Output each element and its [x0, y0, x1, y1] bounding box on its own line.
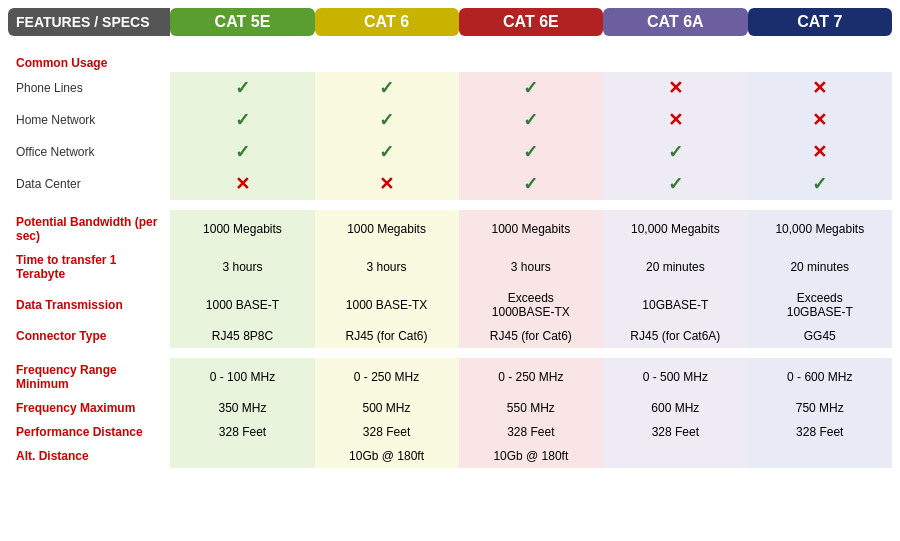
table-cell: ✓: [170, 136, 314, 168]
table-cell: ✕: [748, 136, 892, 168]
common-usage-label: Common Usage: [8, 46, 892, 72]
cross-icon: ✕: [379, 174, 394, 194]
feature-label: Frequency Range Minimum: [8, 358, 170, 396]
table-cell: RJ45 8P8C: [170, 324, 314, 348]
feature-label: Phone Lines: [8, 72, 170, 104]
check-icon: ✓: [235, 142, 250, 162]
check-icon: ✓: [668, 142, 683, 162]
feature-label: Home Network: [8, 104, 170, 136]
table-cell: GG45: [748, 324, 892, 348]
features-header: FEATURES / SPECS: [8, 8, 170, 36]
table-cell: RJ45 (for Cat6A): [603, 324, 747, 348]
table-cell: ✕: [170, 168, 314, 200]
table-cell: 10GBASE-T: [603, 286, 747, 324]
feature-label: Frequency Maximum: [8, 396, 170, 420]
table-cell: 350 MHz: [170, 396, 314, 420]
cat7-header: CAT 7: [748, 8, 892, 36]
table-cell: 750 MHz: [748, 396, 892, 420]
table-row: Frequency Range Minimum0 - 100 MHz0 - 25…: [8, 358, 892, 396]
table-row: Phone Lines✓✓✓✕✕: [8, 72, 892, 104]
table-cell: 20 minutes: [748, 248, 892, 286]
check-icon: ✓: [523, 110, 538, 130]
table-cell: 1000 BASE-TX: [315, 286, 459, 324]
table-cell: 10,000 Megabits: [748, 210, 892, 248]
cat6-header: CAT 6: [315, 8, 459, 36]
table-row: Frequency Maximum350 MHz500 MHz550 MHz60…: [8, 396, 892, 420]
table-cell: 3 hours: [315, 248, 459, 286]
table-cell: [170, 444, 314, 468]
table-cell: ✓: [170, 72, 314, 104]
table-cell: 20 minutes: [603, 248, 747, 286]
table-cell: ✓: [315, 136, 459, 168]
table-cell: 1000 Megabits: [170, 210, 314, 248]
feature-label: Data Center: [8, 168, 170, 200]
table-row: Home Network✓✓✓✕✕: [8, 104, 892, 136]
feature-label: Alt. Distance: [8, 444, 170, 468]
table-cell: 328 Feet: [603, 420, 747, 444]
table-cell: 1000 Megabits: [459, 210, 604, 248]
table-cell: ✓: [459, 136, 604, 168]
table-cell: RJ45 (for Cat6): [315, 324, 459, 348]
table-cell: Exceeds10GBASE-T: [748, 286, 892, 324]
table-cell: 0 - 500 MHz: [603, 358, 747, 396]
table-cell: ✓: [315, 104, 459, 136]
table-cell: ✓: [603, 168, 747, 200]
table-cell: 550 MHz: [459, 396, 604, 420]
table-cell: RJ45 (for Cat6): [459, 324, 604, 348]
check-icon: ✓: [379, 78, 394, 98]
cross-icon: ✕: [812, 142, 827, 162]
table-cell: 10,000 Megabits: [603, 210, 747, 248]
check-icon: ✓: [523, 174, 538, 194]
table-cell: ✕: [315, 168, 459, 200]
table-cell: 10Gb @ 180ft: [315, 444, 459, 468]
check-icon: ✓: [812, 174, 827, 194]
table-row: Potential Bandwidth (per sec)1000 Megabi…: [8, 210, 892, 248]
table-row: Data Transmission1000 BASE-T1000 BASE-TX…: [8, 286, 892, 324]
check-icon: ✓: [379, 142, 394, 162]
feature-label: Potential Bandwidth (per sec): [8, 210, 170, 248]
table-cell: [603, 444, 747, 468]
table-cell: 0 - 250 MHz: [315, 358, 459, 396]
table-cell: ✕: [603, 72, 747, 104]
table-cell: 600 MHz: [603, 396, 747, 420]
feature-label: Data Transmission: [8, 286, 170, 324]
check-icon: ✓: [668, 174, 683, 194]
table-cell: ✓: [459, 168, 604, 200]
table-cell: 1000 Megabits: [315, 210, 459, 248]
cross-icon: ✕: [235, 174, 250, 194]
cross-icon: ✕: [812, 78, 827, 98]
table-cell: ✕: [748, 72, 892, 104]
table-cell: 0 - 100 MHz: [170, 358, 314, 396]
table-cell: 328 Feet: [459, 420, 604, 444]
cross-icon: ✕: [812, 110, 827, 130]
table-row: Performance Distance328 Feet328 Feet328 …: [8, 420, 892, 444]
table-cell: 10Gb @ 180ft: [459, 444, 604, 468]
feature-label: Office Network: [8, 136, 170, 168]
table-cell: 0 - 600 MHz: [748, 358, 892, 396]
table-cell: 500 MHz: [315, 396, 459, 420]
table-cell: ✓: [603, 136, 747, 168]
table-row: Connector TypeRJ45 8P8CRJ45 (for Cat6)RJ…: [8, 324, 892, 348]
check-icon: ✓: [235, 78, 250, 98]
table-cell: 1000 BASE-T: [170, 286, 314, 324]
table-cell: ✓: [748, 168, 892, 200]
feature-label: Time to transfer 1 Terabyte: [8, 248, 170, 286]
table-row: Time to transfer 1 Terabyte3 hours3 hour…: [8, 248, 892, 286]
cross-icon: ✕: [668, 110, 683, 130]
table-cell: ✓: [315, 72, 459, 104]
comparison-table: FEATURES / SPECS CAT 5E CAT 6 CAT 6E CAT…: [0, 0, 900, 476]
table-cell: ✕: [748, 104, 892, 136]
table-cell: Exceeds1000BASE-TX: [459, 286, 604, 324]
table-cell: 3 hours: [459, 248, 604, 286]
cat5e-header: CAT 5E: [170, 8, 314, 36]
feature-label: Connector Type: [8, 324, 170, 348]
table-cell: 3 hours: [170, 248, 314, 286]
table-cell: ✓: [459, 104, 604, 136]
table-cell: ✓: [170, 104, 314, 136]
table-cell: ✓: [459, 72, 604, 104]
check-icon: ✓: [523, 78, 538, 98]
table-cell: 328 Feet: [315, 420, 459, 444]
table-cell: [748, 444, 892, 468]
cross-icon: ✕: [668, 78, 683, 98]
table-cell: 0 - 250 MHz: [459, 358, 604, 396]
